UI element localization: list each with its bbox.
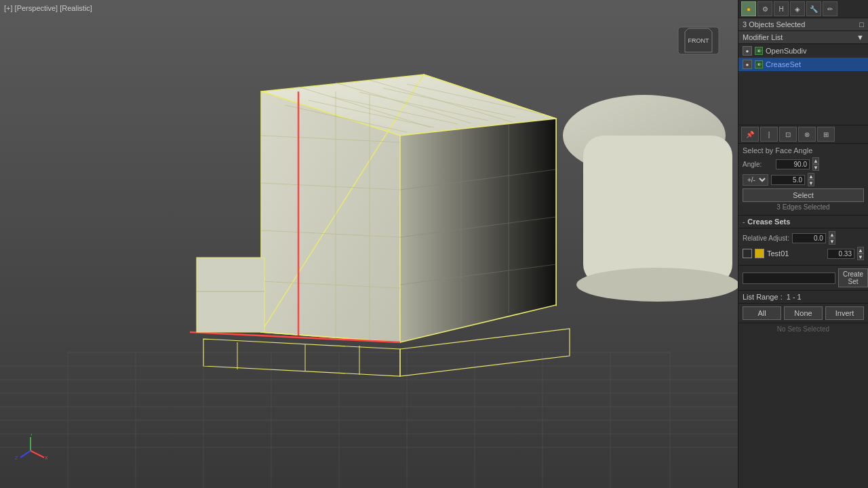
display-icon[interactable]: ◈ bbox=[790, 1, 805, 16]
svg-text:FRONT: FRONT bbox=[688, 37, 709, 44]
crease-value-down-btn[interactable]: ▼ bbox=[857, 253, 864, 260]
list-range-row: List Range : 1 - 1 bbox=[738, 291, 868, 304]
mod-eye-icon-2[interactable]: 👁 bbox=[755, 60, 763, 68]
crease-set-name: Test01 bbox=[767, 249, 825, 258]
angle-down-btn[interactable]: ▼ bbox=[812, 164, 819, 171]
objects-selected-label: 3 Objects Selected bbox=[743, 20, 805, 28]
mod-eye-icon[interactable]: 👁 bbox=[755, 47, 763, 55]
none-button[interactable]: None bbox=[784, 306, 823, 320]
modifier-list-dropdown-icon[interactable]: ▼ bbox=[856, 33, 864, 41]
modifier-item-opensubdiv[interactable]: ● 👁 OpenSubdiv bbox=[738, 44, 868, 58]
mod-vis-icon[interactable]: ● bbox=[743, 46, 752, 56]
select-by-face-angle-title: Select by Face Angle bbox=[743, 146, 864, 155]
svg-text:Z: Z bbox=[15, 455, 18, 460]
crease-sets-collapse-btn[interactable]: - bbox=[743, 218, 745, 226]
select-tool[interactable]: ⊡ bbox=[779, 127, 797, 142]
crease-set-item-test01[interactable]: Test01 ▲ ▼ bbox=[743, 247, 864, 260]
svg-text:Y: Y bbox=[30, 434, 33, 436]
objects-selected-icon: □ bbox=[859, 20, 864, 28]
plusminus-dropdown[interactable]: +/- + - bbox=[743, 174, 768, 186]
modifier-item-creaseset[interactable]: ● 👁 CreaseSet bbox=[738, 58, 868, 71]
modifier-name-creaseset: CreaseSet bbox=[766, 60, 801, 68]
plusminus-input[interactable] bbox=[771, 175, 805, 185]
crease-set-color-yellow[interactable] bbox=[755, 249, 764, 258]
hierarchy-icon[interactable]: H bbox=[774, 1, 789, 16]
cursor-tool[interactable]: | bbox=[760, 127, 778, 142]
angle-label: Angle: bbox=[743, 161, 773, 168]
modifier-list-header: Modifier List ▼ bbox=[738, 31, 868, 44]
svg-point-58 bbox=[576, 268, 738, 302]
crease-value-up-btn[interactable]: ▲ bbox=[857, 247, 864, 253]
modifier-list-label: Modifier List bbox=[743, 33, 783, 41]
svg-text:X: X bbox=[45, 455, 47, 460]
relative-adjust-input[interactable] bbox=[792, 233, 826, 243]
crease-set-color-dark[interactable] bbox=[743, 249, 752, 258]
crease-sets-body: Relative Adjust: ▲ ▼ Test01 ▲ ▼ bbox=[738, 228, 868, 266]
utility-icon[interactable]: 🔧 bbox=[806, 1, 821, 16]
svg-line-59 bbox=[31, 451, 44, 458]
select-by-face-angle-section: Select by Face Angle Angle: ▲ ▼ +/- + - … bbox=[738, 144, 868, 216]
plusminus-up-btn[interactable]: ▲ bbox=[808, 173, 814, 180]
invert-button[interactable]: Invert bbox=[825, 306, 864, 320]
edges-selected-label: 3 Edges Selected bbox=[743, 202, 864, 212]
svg-line-61 bbox=[20, 451, 31, 458]
render-icon[interactable]: ✏ bbox=[823, 1, 837, 16]
create-set-name-input[interactable] bbox=[743, 272, 835, 284]
mod-vis-icon-2[interactable]: ● bbox=[743, 60, 752, 69]
top-icon-bar: ● ⚙ H ◈ 🔧 ✏ bbox=[738, 0, 868, 18]
viewport-label: [+] [Perspective] [Realistic] bbox=[4, 4, 92, 12]
modifier-stack: ● 👁 OpenSubdiv ● 👁 CreaseSet bbox=[738, 44, 868, 125]
modifier-name-opensubdiv: OpenSubdiv bbox=[766, 47, 807, 55]
crease-sets-header: - Crease Sets bbox=[738, 216, 868, 228]
svg-marker-22 bbox=[400, 119, 556, 342]
svg-rect-57 bbox=[583, 136, 732, 285]
axes-widget: X Y Z bbox=[14, 434, 47, 468]
right-panel: ● ⚙ H ◈ 🔧 ✏ 3 Objects Selected □ Modifie… bbox=[738, 0, 868, 488]
objects-selected-bar: 3 Objects Selected □ bbox=[738, 18, 868, 31]
svg-marker-51 bbox=[197, 258, 264, 332]
all-button[interactable]: All bbox=[743, 306, 781, 320]
relative-adjust-up-btn[interactable]: ▲ bbox=[829, 231, 835, 238]
tools-row: 📌 | ⊡ ⊗ ⊞ bbox=[738, 125, 868, 144]
modifier-icon[interactable]: ⚙ bbox=[757, 1, 772, 16]
create-set-row: Create Set bbox=[738, 266, 868, 291]
viewport-main[interactable]: [+] [Perspective] [Realistic] bbox=[0, 0, 738, 488]
pin-tool[interactable]: 📌 bbox=[741, 127, 759, 142]
relative-adjust-label: Relative Adjust: bbox=[743, 235, 789, 242]
angle-input[interactable] bbox=[776, 159, 810, 169]
no-sets-selected-label: No Sets Selected bbox=[738, 323, 868, 335]
scene-svg: FRONT bbox=[0, 0, 738, 488]
magnet-tool[interactable]: ⊗ bbox=[798, 127, 816, 142]
crease-sets-title: Crease Sets bbox=[747, 218, 790, 226]
plusminus-down-btn[interactable]: ▼ bbox=[808, 180, 814, 186]
crease-set-value-input[interactable] bbox=[827, 249, 854, 259]
list-range-label: List Range : bbox=[743, 293, 783, 301]
create-set-button[interactable]: Create Set bbox=[838, 268, 868, 287]
svg-marker-20 bbox=[261, 92, 400, 342]
list-range-value: 1 - 1 bbox=[787, 293, 802, 301]
sphere-icon[interactable]: ● bbox=[741, 1, 756, 16]
grid-tool[interactable]: ⊞ bbox=[817, 127, 835, 142]
angle-up-btn[interactable]: ▲ bbox=[812, 157, 819, 164]
select-button[interactable]: Select bbox=[743, 188, 864, 202]
relative-adjust-down-btn[interactable]: ▼ bbox=[829, 238, 835, 245]
bottom-buttons: All None Invert bbox=[738, 304, 868, 323]
